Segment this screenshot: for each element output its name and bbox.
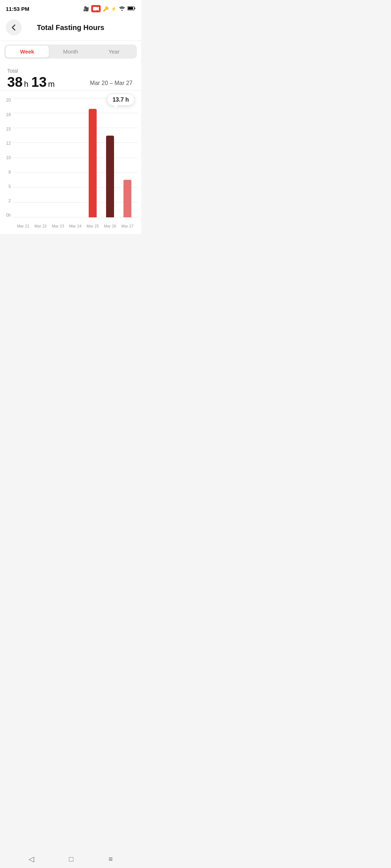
bar-mar26	[106, 136, 114, 217]
x-label-mar27: Mar 27	[119, 224, 136, 228]
stats-range: Mar 20 – Mar 27	[90, 80, 134, 90]
y-label-10: 10	[6, 156, 11, 160]
empty-area	[0, 234, 141, 357]
x-label-mar25: Mar 25	[84, 224, 101, 228]
x-labels: Mar 21 Mar 22 Mar 23 Mar 24 Mar 25 Mar 2…	[13, 224, 138, 228]
chart-plot: 13.7 h Mar 21 Mar 22 Mar 23 Mar 24 Mar 2…	[13, 98, 138, 228]
svg-rect-4	[128, 7, 133, 9]
svg-rect-0	[93, 7, 97, 10]
stats-section: Total 38h 13m Mar 20 – Mar 27	[0, 63, 141, 90]
stats-label: Total	[7, 68, 134, 74]
bar-col-mar25	[84, 98, 101, 217]
bar-mar25	[89, 109, 97, 217]
back-button[interactable]	[6, 20, 22, 35]
svg-rect-3	[135, 8, 135, 9]
svg-marker-1	[97, 7, 99, 11]
key-icon: 🔑	[103, 6, 109, 12]
status-bar: 11:53 PM 🎥 🔑 ⚡	[0, 0, 141, 16]
header: Total Fasting Hours	[0, 16, 141, 41]
chart-section: 0h 2 5 8 10 12 15 18 20	[0, 91, 141, 234]
tab-week[interactable]: Week	[5, 46, 49, 58]
bar-col-mar26[interactable]: 13.7 h	[101, 98, 119, 217]
tab-group: Week Month Year	[4, 44, 137, 59]
y-label-5: 5	[8, 184, 11, 189]
tab-month[interactable]: Month	[49, 46, 92, 58]
stats-minutes: 13	[31, 75, 47, 90]
stats-hours-unit: h	[24, 80, 28, 89]
bar-col-mar23	[49, 98, 67, 217]
stats-hours: 38	[7, 75, 22, 90]
stats-value: 38h 13m	[7, 75, 55, 90]
y-label-18: 18	[6, 112, 11, 117]
y-label-20: 20	[6, 98, 11, 102]
bar-col-mar27	[119, 98, 136, 217]
page-title: Total Fasting Hours	[22, 24, 135, 32]
stats-minutes-unit: m	[48, 80, 55, 89]
y-label-0: 0h	[6, 213, 11, 217]
x-label-mar24: Mar 24	[67, 224, 84, 228]
bar-col-mar21	[14, 98, 32, 217]
video-icon: 🎥	[83, 6, 89, 12]
x-label-mar26: Mar 26	[101, 224, 119, 228]
y-axis: 0h 2 5 8 10 12 15 18 20	[0, 98, 13, 228]
record-icon	[91, 5, 101, 12]
stats-row: 38h 13m Mar 20 – Mar 27	[7, 75, 134, 90]
x-label-mar22: Mar 22	[32, 224, 49, 228]
tab-year[interactable]: Year	[92, 46, 136, 58]
y-label-8: 8	[8, 170, 11, 174]
wifi-icon	[119, 6, 125, 12]
tooltip-mar26: 13.7 h	[108, 94, 134, 105]
status-time: 11:53 PM	[6, 6, 29, 12]
bar-col-mar22	[32, 98, 49, 217]
tab-bar: Week Month Year	[0, 41, 141, 63]
battery-icon	[127, 6, 135, 12]
chart-container: 0h 2 5 8 10 12 15 18 20	[0, 98, 138, 228]
x-label-mar23: Mar 23	[49, 224, 67, 228]
bluetooth-icon: ⚡	[111, 6, 117, 12]
y-label-12: 12	[6, 141, 11, 145]
bar-col-mar24	[67, 98, 84, 217]
y-label-2: 2	[8, 199, 11, 203]
bar-mar27	[123, 180, 131, 217]
status-icons: 🎥 🔑 ⚡	[83, 5, 135, 12]
bars-area: 13.7 h	[13, 98, 138, 217]
y-label-15: 15	[6, 127, 11, 131]
x-label-mar21: Mar 21	[14, 224, 32, 228]
